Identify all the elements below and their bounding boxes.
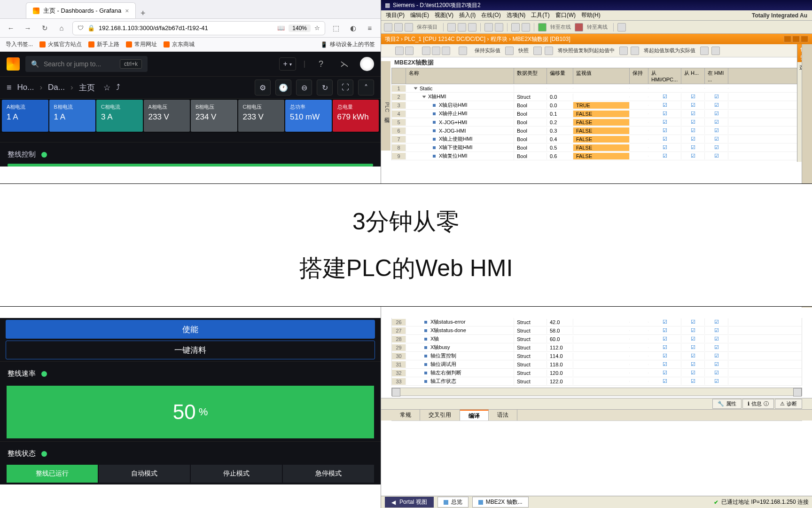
row-h2-check[interactable]: ☑ [681, 102, 705, 109]
stat-panel[interactable]: 总功率510 mW [285, 100, 332, 132]
tool-icon[interactable] [505, 47, 514, 55]
row-hmi-check[interactable]: ☑ [648, 144, 681, 151]
crumb-item[interactable]: Ho... [17, 83, 34, 92]
row-keep-check[interactable] [630, 339, 648, 340]
paste-icon[interactable] [468, 23, 476, 32]
row-keep-check[interactable] [630, 364, 648, 365]
row-keep-check[interactable] [630, 105, 648, 106]
crumb-item[interactable]: 主页 [79, 82, 95, 93]
row-name[interactable]: X-JOG+HMI [406, 119, 514, 126]
row-h3-check[interactable]: ☑ [705, 119, 728, 126]
row-hmi-check[interactable]: ☑ [648, 110, 681, 117]
row-h2-check[interactable]: ☑ [681, 152, 705, 159]
bookmark-item[interactable]: 京东商城 [164, 40, 195, 48]
tool-icon[interactable] [405, 47, 414, 55]
table-row[interactable]: 1 Static [391, 84, 802, 93]
horizontal-scrollbar[interactable] [391, 388, 802, 396]
row-h3-check[interactable]: ☑ [705, 318, 728, 325]
prop-tab-diag[interactable]: ⚠诊断 [775, 399, 802, 409]
row-h3-check[interactable]: ☑ [705, 344, 728, 351]
zoom-badge[interactable]: 140% [289, 24, 311, 32]
star-icon[interactable]: ☆ [103, 83, 110, 93]
mode-tab[interactable]: 急停模式 [283, 465, 374, 483]
prop-tab-info[interactable]: ℹ信息ⓘ [742, 399, 774, 409]
stat-panel[interactable]: B相电压234 V [191, 100, 237, 132]
row-h2-check[interactable]: ☑ [681, 93, 705, 100]
table-row[interactable]: 29 X轴busy Struct 112.0 ☑ ☑ ☑ [391, 343, 802, 352]
row-h3-check[interactable]: ☑ [705, 352, 728, 359]
row-h2-check[interactable]: ☑ [681, 327, 705, 334]
table-row[interactable]: 6 X-JOG-HMI Bool 0.3 FALSE ☑ ☑ ☑ [391, 127, 802, 135]
row-hmi-check[interactable]: ☑ [648, 119, 681, 126]
menu-item[interactable]: 选项(N) [505, 11, 528, 19]
menu-item[interactable]: 帮助(H) [579, 11, 602, 19]
user-avatar[interactable] [360, 57, 374, 71]
tool-icon[interactable] [619, 47, 628, 55]
bookmark-item[interactable]: 火狐官方站点 [39, 40, 82, 48]
tool-icon[interactable] [533, 47, 542, 55]
row-name[interactable]: X轴status-done [406, 326, 514, 334]
row-name[interactable]: X轴status-error [406, 318, 514, 326]
tool-icon[interactable] [395, 47, 404, 55]
close-icon[interactable]: × [125, 7, 129, 15]
row-hmi-check[interactable]: ☑ [648, 127, 681, 134]
copy-label[interactable]: 将快照值复制到起始值中 [556, 47, 617, 54]
feed-button[interactable]: ⋋ [336, 56, 352, 72]
row-h2-check[interactable]: ☑ [681, 318, 705, 325]
time-button[interactable]: 🕐 [275, 79, 291, 95]
row-keep-check[interactable] [630, 147, 648, 148]
tool-icon[interactable] [700, 47, 709, 55]
row-h2-check[interactable]: ☑ [681, 335, 705, 342]
row-hmi-check[interactable]: ☑ [648, 344, 681, 351]
clear-button[interactable]: 一键清料 [6, 341, 375, 359]
tool-icon[interactable] [422, 47, 430, 55]
chevron-button[interactable]: ˄ [358, 79, 374, 95]
account-button[interactable]: ◐ [347, 22, 359, 34]
tool-icon[interactable] [711, 47, 720, 55]
info-tab[interactable]: 语法 [489, 410, 517, 421]
refresh-button[interactable]: ↻ [317, 79, 333, 95]
url-input[interactable]: 🛡 🔒 192.168.1.103:3000/d/fa2b67d1-f192-4… [72, 21, 325, 35]
row-h3-check[interactable]: ☑ [705, 144, 728, 151]
zoom-out-button[interactable]: ⊖ [296, 79, 312, 95]
mode-tab[interactable]: 整线已运行 [7, 465, 98, 483]
back-button[interactable]: ← [5, 22, 17, 34]
stat-panel[interactable]: C相电流3 A [96, 100, 143, 132]
row-keep-check[interactable] [630, 122, 648, 123]
settings-button[interactable]: ⚙ [255, 79, 271, 95]
extensions-button[interactable]: ⬚ [330, 22, 342, 34]
row-h3-check[interactable]: ☑ [705, 110, 728, 117]
go-offline-icon[interactable] [575, 23, 583, 32]
table-row[interactable]: 33 轴工作状态 Struct 122.0 ☑ ☑ ☑ [391, 377, 802, 386]
table-row[interactable]: 30 轴位置控制 Struct 114.0 ☑ ☑ ☑ [391, 352, 802, 360]
redo-icon[interactable] [495, 23, 503, 32]
minimize-icon[interactable] [784, 36, 791, 42]
row-hmi-check[interactable]: ☑ [648, 102, 681, 109]
add-button[interactable]: + ▾ [279, 57, 296, 71]
row-keep-check[interactable] [630, 356, 648, 357]
table-row[interactable]: 9 X轴复位HMI Bool 0.6 FALSE ☑ ☑ ☑ [391, 152, 802, 160]
help-button[interactable]: ? [313, 56, 329, 72]
row-name[interactable]: X轴HMI [406, 93, 514, 101]
row-keep-check[interactable] [630, 347, 648, 348]
menu-icon[interactable]: ≡ [7, 83, 12, 93]
row-keep-check[interactable] [630, 373, 648, 373]
share-icon[interactable]: ⤴ [116, 83, 120, 92]
row-h3-check[interactable] [705, 88, 728, 89]
menu-item[interactable]: 工具(T) [529, 11, 551, 19]
prop-tab-properties[interactable]: 🔧属性 [712, 399, 742, 409]
row-name[interactable]: X轴busy [406, 343, 514, 351]
table-row[interactable]: 5 X-JOG+HMI Bool 0.2 FALSE ☑ ☑ ☑ [391, 118, 802, 127]
row-hmi-check[interactable]: ☑ [648, 369, 681, 376]
col-type[interactable]: 数据类型 [514, 68, 547, 84]
row-h3-check[interactable]: ☑ [705, 93, 728, 100]
reload-button[interactable]: ↻ [39, 22, 51, 34]
row-hmi-check[interactable]: ☑ [648, 335, 681, 342]
row-h3-check[interactable]: ☑ [705, 378, 728, 385]
row-h2-check[interactable]: ☑ [681, 378, 705, 385]
row-h2-check[interactable]: ☑ [681, 127, 705, 134]
search-icon[interactable] [617, 23, 626, 32]
table-row[interactable]: 8 X轴下使能HMI Bool 0.5 FALSE ☑ ☑ ☑ [391, 143, 802, 152]
row-hmi-check[interactable]: ☑ [648, 318, 681, 325]
stat-panel[interactable]: B相电流1 A [49, 100, 96, 132]
